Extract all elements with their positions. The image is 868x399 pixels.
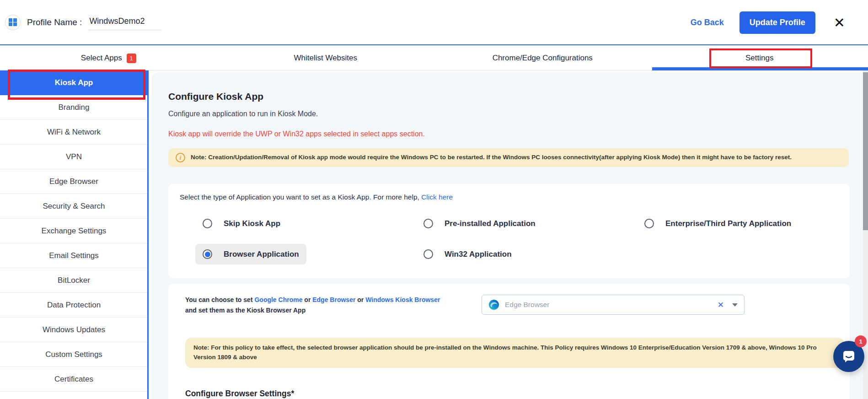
app-type-card: Select the type of Application you want … — [168, 184, 850, 278]
browser-choice-text: You can choose to set Google Chrome or E… — [185, 295, 440, 316]
scrollbar-track[interactable] — [863, 70, 868, 399]
radio-icon — [203, 219, 212, 228]
radio-icon — [423, 219, 433, 228]
tab-chrome-edge-configurations[interactable]: Chrome/Edge Configurations — [434, 46, 651, 70]
profile-editor-window: Profile Name : Go Back Update Profile ✕ … — [0, 0, 868, 399]
tab-settings-label: Settings — [745, 54, 773, 63]
radio-enterprise-third-party[interactable]: Enterprise/Third Party Application — [637, 213, 798, 234]
sidebar-item-vpn[interactable]: VPN — [0, 145, 148, 169]
sidebar-item-kiosk-app[interactable]: Kiosk App — [0, 70, 148, 95]
tab-whitelist-websites-label: Whitelist Websites — [294, 54, 357, 63]
radio-checked-icon — [203, 249, 212, 259]
tab-select-apps-label: Select Apps — [81, 54, 122, 63]
browser-choice-line2: and set them as the Kiosk Browser App — [185, 307, 305, 314]
go-back-link[interactable]: Go Back — [691, 18, 724, 27]
page-subtitle: Configure an application to run in Kiosk… — [168, 110, 868, 118]
note2-prefix: Note: — [193, 344, 209, 351]
sidebar-item-email-settings[interactable]: Email Settings — [0, 243, 148, 268]
sidebar-item-security-search[interactable]: Security & Search — [0, 194, 148, 219]
note1-text: Creation/Updation/Removal of Kiosk app m… — [207, 154, 792, 161]
radio-enterprise-label: Enterprise/Third Party Application — [665, 219, 791, 228]
google-chrome-link[interactable]: Google Chrome — [254, 296, 302, 303]
radio-skip-kiosk-app-label: Skip Kiosk App — [224, 219, 280, 228]
radio-icon — [644, 219, 654, 228]
select-caret-icon[interactable] — [732, 303, 738, 307]
active-tab-indicator — [652, 67, 868, 70]
edge-browser-icon — [488, 299, 499, 310]
chat-bubble-icon — [841, 349, 857, 364]
configure-browser-settings-heading: Configure Browser Settings* — [185, 389, 850, 399]
browser-choice-t3: or — [355, 296, 365, 303]
note2-text: For this policy to take effect, the sele… — [193, 344, 817, 361]
sidebar-item-windows-updates[interactable]: Windows Updates — [0, 318, 148, 342]
browser-settings-card: You can choose to set Google Chrome or E… — [168, 284, 850, 399]
info-icon: i — [176, 153, 185, 162]
radio-pre-installed-label: Pre-installed Application — [445, 219, 536, 228]
restart-note-banner: i Note: Creation/Updation/Removal of Kio… — [168, 148, 849, 167]
note1-prefix: Note: — [191, 154, 207, 161]
sidebar-item-data-protection[interactable]: Data Protection — [0, 293, 148, 318]
sidebar-item-exchange-settings[interactable]: Exchange Settings — [0, 219, 148, 243]
tab-settings[interactable]: Settings — [651, 46, 868, 70]
radio-icon — [423, 249, 433, 259]
select-apps-count-badge: 1 — [127, 54, 136, 63]
select-value: Edge Browser — [505, 301, 549, 309]
radio-browser-application-label: Browser Application — [224, 250, 299, 259]
radio-win32-application[interactable]: Win32 Application — [416, 244, 519, 264]
main-content: Configure Kiosk App Configure an applica… — [149, 70, 868, 399]
profile-name-label: Profile Name : — [27, 17, 82, 27]
app-type-options: Skip Kiosk App Pre-installed Application… — [195, 213, 838, 264]
sidebar-item-branding[interactable]: Branding — [0, 95, 148, 120]
browser-choice-t2: or — [302, 296, 312, 303]
kiosk-config-panel: Configure Kiosk App Configure an applica… — [151, 73, 868, 399]
radio-win32-label: Win32 Application — [445, 250, 512, 259]
sidebar-item-edge-browser[interactable]: Edge Browser — [0, 169, 148, 194]
radio-skip-kiosk-app[interactable]: Skip Kiosk App — [195, 213, 288, 234]
override-warning-text: Kiosk app will override the UWP or Win32… — [168, 130, 868, 138]
tab-chrome-edge-label: Chrome/Edge Configurations — [493, 54, 593, 63]
kiosk-browser-select[interactable]: Edge Browser ✕ — [482, 295, 745, 315]
radio-browser-application[interactable]: Browser Application — [195, 244, 306, 264]
click-here-link[interactable]: Click here — [421, 193, 453, 201]
app-type-prompt: Select the type of Application you want … — [180, 193, 421, 201]
chat-unread-badge: 1 — [855, 335, 867, 347]
tab-whitelist-websites[interactable]: Whitelist Websites — [217, 46, 434, 70]
sidebar-item-certificates[interactable]: Certificates — [0, 367, 148, 392]
windows-logo-icon — [5, 15, 21, 30]
close-icon[interactable]: ✕ — [834, 16, 845, 30]
settings-sidebar: Kiosk App Branding WiFi & Network VPN Ed… — [0, 70, 148, 399]
select-clear-icon[interactable]: ✕ — [718, 300, 724, 310]
profile-name-input[interactable] — [88, 15, 161, 30]
header-bar: Profile Name : Go Back Update Profile ✕ — [0, 0, 868, 45]
sidebar-item-wifi-network[interactable]: WiFi & Network — [0, 120, 148, 145]
scrollbar-thumb[interactable] — [863, 72, 868, 230]
sidebar-item-bitlocker[interactable]: BitLocker — [0, 268, 148, 293]
page-title: Configure Kiosk App — [168, 91, 868, 102]
sidebar-item-custom-settings[interactable]: Custom Settings — [0, 342, 148, 367]
radio-pre-installed-application[interactable]: Pre-installed Application — [416, 213, 543, 234]
browser-choice-t1: You can choose to set — [185, 296, 254, 303]
edge-browser-link[interactable]: Edge Browser — [312, 296, 355, 303]
update-profile-button[interactable]: Update Profile — [739, 11, 815, 34]
windows-kiosk-browser-link[interactable]: Windows Kiosk Browser — [365, 296, 440, 303]
policy-note-banner: Note: For this policy to take effect, th… — [185, 338, 844, 368]
tab-select-apps[interactable]: Select Apps 1 — [0, 46, 217, 70]
